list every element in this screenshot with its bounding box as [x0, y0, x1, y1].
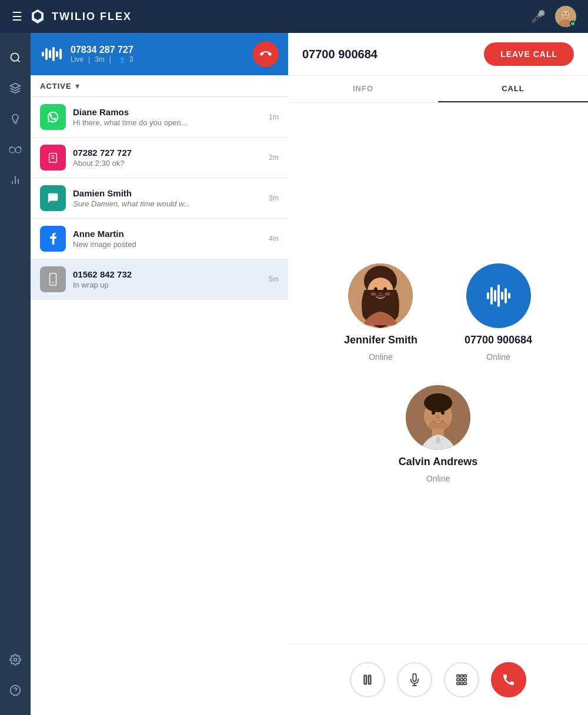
svg-rect-49 [457, 683, 460, 685]
participant-avatar-jennifer [348, 263, 413, 328]
participant-number-status: Online [486, 352, 510, 362]
participant-calvin-name: Calvin Andrews [399, 456, 477, 468]
svg-point-9 [9, 147, 15, 153]
conversation-time: 2m [269, 153, 279, 162]
svg-line-7 [18, 60, 20, 62]
menu-icon[interactable]: ☰ [12, 9, 22, 24]
active-call-info: 07834 287 727 Live | 3m | 👥 3 [71, 45, 246, 64]
conversation-body: Damien Smith Sure Damien, what time woul… [73, 188, 262, 208]
participant-avatar-waveform [466, 263, 531, 328]
sidebar [0, 33, 31, 715]
conversation-preview: Sure Damien, what time would w... [73, 199, 262, 208]
microphone-icon[interactable]: 🎤 [531, 9, 546, 24]
call-detail-panel: 07700 900684 LEAVE CALL INFO CALL [288, 33, 588, 715]
topbar: ☰ TWILIO FLEX 🎤 [0, 0, 588, 33]
conversation-body: Diane Ramos Hi there, what time do you o… [73, 107, 262, 127]
active-call-meta: Live | 3m | 👥 3 [71, 55, 246, 64]
conversation-name: 01562 842 732 [73, 269, 262, 279]
svg-point-25 [374, 288, 377, 292]
channel-icon-facebook [40, 226, 66, 252]
filter-label: ACTIVE [40, 82, 72, 91]
conversation-body: 07282 727 727 About 2:30 ok? [73, 148, 262, 168]
svg-rect-48 [464, 679, 467, 681]
sidebar-item-chart[interactable] [0, 165, 31, 195]
list-item[interactable]: Damien Smith Sure Damien, what time woul… [31, 178, 288, 219]
sidebar-item-lightbulb[interactable] [0, 103, 31, 134]
channel-icon-sms [40, 145, 66, 171]
svg-point-6 [11, 54, 19, 61]
svg-point-4 [563, 13, 564, 14]
active-call-banner: 07834 287 727 Live | 3m | 👥 3 [31, 33, 288, 75]
list-item[interactable]: 07282 727 727 About 2:30 ok? 2m [31, 138, 288, 178]
conversation-time: 1m [269, 113, 279, 121]
call-controls [288, 644, 588, 715]
svg-point-34 [436, 415, 440, 419]
conversation-time: 3m [269, 194, 279, 202]
svg-point-33 [441, 411, 445, 415]
participant-jennifer: Jennifer Smith Online [344, 263, 417, 362]
svg-point-27 [370, 292, 376, 296]
call-detail-header: 07700 900684 LEAVE CALL [288, 33, 588, 76]
participant-number: 07700 900684 Online [465, 263, 532, 362]
conversation-body: 01562 842 732 In wrap up [73, 269, 262, 289]
list-item[interactable]: Anne Martin New image posted 4m [31, 219, 288, 259]
sidebar-item-help[interactable] [0, 675, 31, 706]
conversation-preview: Hi there, what time do you open... [73, 118, 262, 127]
tab-call[interactable]: CALL [438, 76, 588, 102]
conversation-name: Diane Ramos [73, 107, 262, 117]
svg-rect-45 [464, 675, 467, 677]
svg-rect-20 [50, 273, 56, 285]
leave-call-button[interactable]: LEAVE CALL [484, 42, 574, 66]
conversation-preview: New image posted [73, 240, 262, 249]
mute-button[interactable] [397, 662, 432, 697]
filter-bar: ACTIVE ▾ [31, 75, 288, 97]
svg-rect-50 [460, 683, 463, 685]
left-panel: 07834 287 727 Live | 3m | 👥 3 ACTIVE ▾ [31, 33, 288, 715]
participant-calvin: Calvin Andrews Online [399, 385, 477, 483]
channel-icon-whatsapp [40, 104, 66, 130]
sidebar-item-layers[interactable] [0, 73, 31, 103]
call-participants-area: Jennifer Smith Online [288, 103, 588, 644]
svg-rect-43 [457, 675, 460, 677]
svg-point-31 [424, 393, 452, 412]
chevron-down-icon[interactable]: ▾ [75, 81, 79, 91]
keypad-button[interactable] [444, 662, 479, 697]
svg-rect-40 [369, 676, 371, 684]
svg-point-35 [429, 420, 447, 430]
sidebar-item-glasses[interactable] [0, 134, 31, 165]
hangup-button[interactable] [253, 41, 279, 67]
svg-point-10 [15, 147, 21, 153]
online-indicator [570, 21, 576, 26]
svg-rect-44 [460, 675, 463, 677]
pause-button[interactable] [350, 662, 385, 697]
conversation-name: Anne Martin [73, 229, 262, 239]
svg-marker-8 [11, 83, 21, 88]
app-title: TWILIO FLEX [29, 8, 132, 25]
channel-icon-mobile [40, 266, 66, 292]
channel-icon-chat [40, 185, 66, 211]
svg-point-28 [385, 292, 390, 296]
sidebar-item-search[interactable] [0, 42, 31, 73]
conversation-time: 4m [269, 235, 279, 243]
tab-info[interactable]: INFO [288, 76, 438, 102]
svg-rect-47 [460, 679, 463, 681]
conversation-time: 5m [269, 275, 279, 283]
participant-jennifer-name: Jennifer Smith [344, 334, 417, 346]
svg-point-14 [14, 659, 17, 661]
user-avatar[interactable] [555, 6, 576, 27]
svg-rect-39 [365, 676, 367, 684]
svg-point-36 [427, 416, 433, 419]
svg-point-37 [443, 416, 449, 419]
end-call-button[interactable] [491, 662, 526, 697]
list-item[interactable]: Diane Ramos Hi there, what time do you o… [31, 97, 288, 138]
active-call-number: 07834 287 727 [71, 45, 246, 55]
call-tabs: INFO CALL [288, 76, 588, 103]
top-participants-row: Jennifer Smith Online [344, 263, 532, 362]
conversation-list: Diane Ramos Hi there, what time do you o… [31, 97, 288, 715]
sidebar-item-settings[interactable] [0, 644, 31, 675]
participant-number-name: 07700 900684 [465, 334, 532, 346]
main-layout: 07834 287 727 Live | 3m | 👥 3 ACTIVE ▾ [0, 33, 588, 715]
svg-rect-51 [464, 683, 467, 685]
call-detail-number: 07700 900684 [302, 48, 377, 61]
list-item[interactable]: 01562 842 732 In wrap up 5m [31, 259, 288, 300]
